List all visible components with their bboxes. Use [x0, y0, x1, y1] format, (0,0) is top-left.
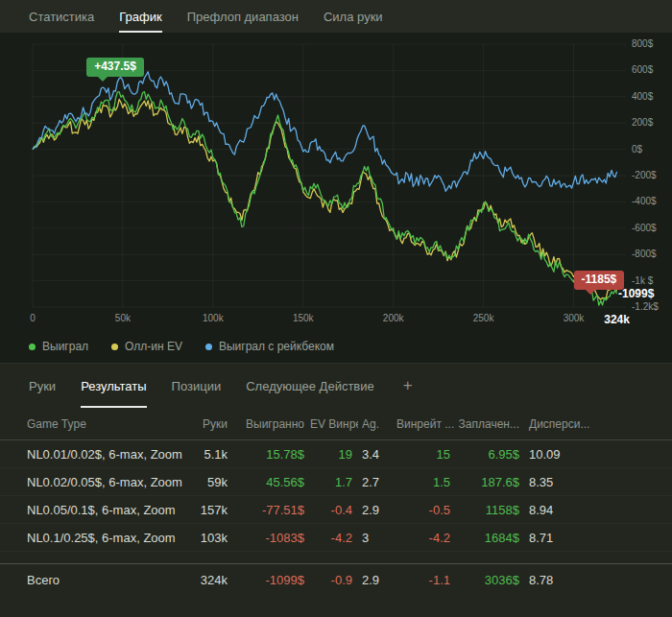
table-cell: 5.1k [190, 447, 233, 462]
table-cell: 8.35 [525, 475, 592, 489]
min-badge: -1185$ [574, 271, 625, 290]
x-axis-tick-label: 250k [473, 313, 495, 323]
results-section: Руки Результаты Позиции Следующее Действ… [0, 363, 672, 596]
column-header-hands[interactable]: Руки [190, 417, 233, 431]
table-cell: -0.5 [396, 503, 456, 517]
table-cell: -0.4 [310, 503, 358, 517]
table-cell: 1.7 [310, 475, 358, 489]
table-cell: -1083$ [233, 531, 310, 545]
table-cell: 1158$ [456, 503, 525, 517]
y-axis-tick-label: -800$ [632, 249, 657, 259]
table-cell: 8.94 [525, 503, 592, 517]
legend-item[interactable]: Выиграл с рейкбеком [205, 340, 334, 353]
table-cell: 103k [190, 531, 233, 545]
table-cell: 2.9 [358, 573, 396, 587]
table-cell: 19 [310, 447, 358, 462]
y-axis-tick-label: 800$ [632, 38, 654, 49]
column-header-ev-winrate[interactable]: EV Винре... [310, 417, 358, 431]
table-cell: 15.78$ [233, 447, 310, 462]
legend-dot-icon [111, 344, 118, 350]
tab-preflop-range[interactable]: Префлоп диапазон [187, 0, 299, 33]
current-hands-label: 324k [604, 313, 630, 326]
x-axis-tick-label: 200k [383, 313, 405, 323]
table-cell: 8.71 [525, 531, 592, 545]
column-header-paid[interactable]: Заплачен... [456, 417, 525, 431]
x-axis-tick-label: 300k [564, 313, 586, 323]
y-axis-tick-label: 400$ [632, 91, 654, 102]
table-cell: -4.2 [396, 531, 456, 545]
results-table-body: NL0.01/0.02$, 6-max, Zoom5.1k15.78$193.4… [0, 440, 672, 596]
bottom-tab-bar: Руки Результаты Позиции Следующее Действ… [0, 364, 672, 408]
table-cell: 2.9 [358, 503, 396, 517]
add-tab-button[interactable]: + [399, 364, 417, 408]
table-cell: -77.51$ [233, 503, 310, 517]
y-axis-tick-label: 200$ [632, 117, 654, 128]
chart-legend: ВыигралОлл-ин EVВыиграл с рейкбеком [0, 330, 672, 363]
tab-positions[interactable]: Позиции [172, 364, 222, 408]
table-header-row: Game Type Руки Выигранно EV Винре... Ag.… [0, 408, 672, 440]
table-cell: 15 [396, 447, 456, 462]
legend-label: Выиграл [42, 340, 88, 353]
table-cell: 6.95$ [456, 447, 525, 462]
current-value-label: -1099$ [618, 287, 655, 300]
tab-statistics[interactable]: Статистика [29, 0, 94, 33]
table-cell: NL0.05/0.1$, 6-max, Zoom [27, 503, 190, 517]
legend-dot-icon [29, 344, 36, 350]
table-cell: 59k [190, 475, 233, 489]
table-cell: 3036$ [456, 573, 525, 587]
column-header-ag[interactable]: Ag. [358, 417, 396, 431]
table-total-row[interactable]: Всего324k-1099$-0.92.9-1.13036$8.78 [0, 563, 672, 596]
tab-next-action[interactable]: Следующее Действие [246, 364, 374, 408]
y-axis-tick-label: 0$ [632, 144, 643, 154]
table-cell: 324k [190, 573, 233, 587]
y-axis-tick-label: -1k $ [632, 275, 654, 286]
column-header-game-type[interactable]: Game Type [27, 417, 190, 431]
series-line-rakeback [33, 72, 617, 192]
table-cell: 8.78 [525, 573, 592, 587]
tab-results[interactable]: Результаты [81, 364, 146, 408]
chart-section: 800$600$400$200$0$-200$-400$-600$-800$-1… [0, 33, 672, 363]
table-row[interactable]: NL0.1/0.25$, 6-max, Zoom103k-1083$-4.23-… [0, 524, 672, 552]
tab-graph[interactable]: График [119, 0, 161, 33]
table-cell: 3 [358, 531, 396, 545]
table-cell: NL0.02/0.05$, 6-max, Zoom [27, 475, 190, 489]
series-line-allin-ev [33, 100, 617, 300]
table-cell: 10.09 [525, 447, 592, 462]
column-header-won[interactable]: Выигранно [233, 417, 310, 431]
table-cell: NL0.01/0.02$, 6-max, Zoom [27, 447, 190, 462]
table-cell: -4.2 [310, 531, 358, 545]
legend-dot-icon [205, 344, 212, 350]
column-header-winrate[interactable]: Винрейт ... [396, 417, 456, 431]
legend-label: Олл-ин EV [125, 340, 182, 353]
table-row[interactable]: NL0.02/0.05$, 6-max, Zoom59k45.56$1.72.7… [0, 468, 672, 496]
table-cell: 157k [190, 503, 233, 517]
tab-hands[interactable]: Руки [29, 364, 56, 408]
y-axis-tick-label: -1.2k$ [632, 301, 659, 312]
table-cell: 3.4 [358, 447, 396, 462]
table-cell: 187.6$ [456, 475, 525, 489]
legend-item[interactable]: Выиграл [29, 340, 88, 353]
table-cell: -1.1 [396, 573, 456, 587]
legend-label: Выиграл с рейкбеком [219, 340, 334, 353]
x-axis-tick-label: 50k [115, 313, 132, 323]
y-axis-tick-label: -400$ [632, 196, 657, 206]
legend-item[interactable]: Олл-ин EV [111, 340, 182, 353]
x-axis-tick-label: 150k [293, 313, 315, 323]
x-axis-tick-label: 100k [203, 313, 225, 323]
top-tab-bar: Статистика График Префлоп диапазон Сила … [0, 0, 672, 33]
column-header-variance[interactable]: Дисперси... [525, 417, 592, 431]
y-axis-tick-label: -200$ [632, 170, 657, 180]
table-cell: 2.7 [358, 475, 396, 489]
table-cell: 1.5 [396, 475, 456, 489]
table-row[interactable]: NL0.05/0.1$, 6-max, Zoom157k-77.51$-0.42… [0, 496, 672, 524]
x-axis-tick-label: 0 [30, 313, 36, 323]
series-line-won [33, 92, 617, 306]
max-badge: +437.5$ [86, 58, 144, 77]
tab-hand-strength[interactable]: Сила руки [324, 0, 383, 33]
y-axis-tick-label: -600$ [632, 223, 657, 233]
table-cell: -1099$ [233, 573, 310, 587]
table-row[interactable]: NL0.01/0.02$, 6-max, Zoom5.1k15.78$193.4… [0, 440, 672, 468]
y-axis-tick-label: 600$ [632, 64, 654, 75]
table-cell: 1684$ [456, 531, 525, 545]
table-cell: NL0.1/0.25$, 6-max, Zoom [27, 531, 190, 545]
